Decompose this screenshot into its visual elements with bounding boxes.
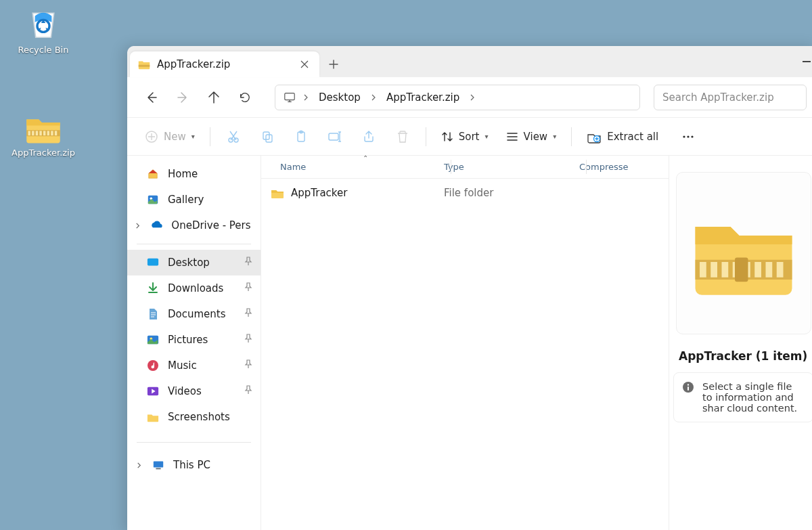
- paste-icon: [294, 130, 308, 143]
- sidebar-item-label: This PC: [173, 459, 210, 471]
- svg-rect-37: [721, 262, 728, 278]
- desktop-icon-apptracker-zip[interactable]: AppTracker.zip: [11, 112, 76, 158]
- extract-all-button[interactable]: Extract all: [579, 123, 667, 150]
- sidebar-item-screenshots[interactable]: Screenshots: [127, 404, 261, 430]
- pin-icon[interactable]: [244, 385, 252, 397]
- pin-icon[interactable]: [244, 257, 252, 269]
- sidebar-item-music[interactable]: Music: [127, 353, 261, 378]
- sidebar-item-downloads[interactable]: Downloads: [127, 275, 261, 301]
- tab-apptracker-zip[interactable]: AppTracker.zip: [130, 51, 319, 77]
- new-label: New: [164, 131, 186, 143]
- sidebar-item-pictures[interactable]: Pictures: [127, 327, 261, 353]
- copy-button[interactable]: [251, 123, 284, 150]
- column-compressed[interactable]: Compresse: [579, 162, 669, 172]
- file-name: AppTracker: [291, 187, 347, 199]
- chevron-down-icon: ▾: [553, 133, 556, 140]
- zip-folder-icon: [138, 59, 150, 70]
- details-pane: AppTracker (1 item) Select a single file…: [669, 156, 812, 530]
- sidebar-item-label: Gallery: [168, 194, 204, 206]
- sidebar-divider: [137, 442, 251, 443]
- folder-icon: [271, 187, 284, 199]
- column-separator[interactable]: [586, 160, 587, 174]
- copy-icon: [261, 130, 274, 143]
- cut-button[interactable]: [217, 123, 250, 150]
- pin-icon[interactable]: [244, 282, 252, 294]
- arrow-up-icon: [207, 91, 221, 104]
- svg-rect-5: [39, 131, 41, 135]
- svg-rect-3: [32, 131, 34, 135]
- svg-point-23: [692, 135, 694, 137]
- sidebar-item-home[interactable]: Home: [127, 161, 261, 187]
- details-preview: [676, 172, 811, 334]
- view-label: View: [524, 131, 548, 143]
- sidebar-item-documents[interactable]: Documents: [127, 301, 261, 327]
- onedrive-icon: [150, 219, 163, 232]
- more-button[interactable]: [672, 123, 704, 150]
- ellipsis-icon: [681, 130, 695, 143]
- chevron-down-icon: ▾: [191, 133, 195, 140]
- rename-button[interactable]: [319, 123, 351, 150]
- search-input[interactable]: Search AppTracker.zip: [654, 85, 807, 110]
- svg-rect-36: [710, 262, 717, 278]
- sidebar-divider: [137, 244, 251, 244]
- pin-icon[interactable]: [244, 359, 252, 372]
- desktop-icon-label: Recycle Bin: [18, 45, 69, 55]
- nav-forward-button[interactable]: [169, 84, 196, 111]
- window-controls: [803, 46, 811, 77]
- nav-back-button[interactable]: [138, 84, 165, 111]
- column-separator[interactable]: [451, 160, 451, 174]
- tab-title: AppTracker.zip: [157, 58, 230, 70]
- view-button[interactable]: View ▾: [498, 123, 565, 150]
- chevron-right-icon[interactable]: [134, 462, 143, 468]
- rename-icon: [328, 130, 342, 143]
- share-icon: [362, 130, 376, 143]
- sidebar-item-this-pc[interactable]: This PC: [127, 452, 261, 478]
- gallery-icon: [146, 193, 160, 206]
- sidebar-item-label: Documents: [168, 308, 226, 320]
- desktop-icon-recycle-bin[interactable]: Recycle Bin: [11, 5, 76, 55]
- sidebar-item-onedrive[interactable]: OneDrive - Persona: [127, 213, 261, 238]
- sidebar-item-desktop[interactable]: Desktop: [127, 250, 261, 275]
- breadcrumb-desktop[interactable]: Desktop: [313, 91, 366, 104]
- file-row-apptracker[interactable]: AppTracker File folder: [261, 179, 669, 207]
- svg-rect-26: [148, 259, 158, 266]
- zip-folder-large-icon: [690, 209, 798, 297]
- column-type[interactable]: Type: [444, 162, 579, 172]
- separator: [210, 127, 210, 146]
- home-icon: [146, 167, 160, 181]
- music-icon: [146, 359, 160, 372]
- desktop-icon-label: AppTracker.zip: [12, 148, 75, 158]
- sort-button[interactable]: Sort ▾: [433, 123, 497, 150]
- svg-rect-43: [735, 258, 748, 282]
- new-button[interactable]: New ▾: [137, 123, 203, 150]
- svg-rect-7: [47, 131, 49, 135]
- delete-button[interactable]: [386, 123, 419, 150]
- svg-rect-10: [139, 65, 150, 67]
- svg-rect-8: [51, 131, 53, 135]
- main-area: Home Gallery: [127, 156, 812, 530]
- tab-bar: AppTracker.zip: [127, 46, 812, 77]
- sort-icon: [441, 131, 453, 143]
- nav-refresh-button[interactable]: [231, 84, 258, 111]
- share-button[interactable]: [353, 123, 385, 150]
- refresh-icon: [239, 91, 251, 104]
- chevron-right-icon[interactable]: [134, 223, 141, 229]
- sidebar-item-gallery[interactable]: Gallery: [127, 187, 261, 213]
- tab-close-button[interactable]: [298, 58, 311, 71]
- window-minimize-button[interactable]: [803, 61, 811, 62]
- breadcrumb-apptracker-zip[interactable]: AppTracker.zip: [381, 91, 465, 104]
- svg-rect-35: [700, 262, 706, 278]
- nav-up-button[interactable]: [200, 84, 227, 111]
- chevron-down-icon: ▾: [485, 133, 489, 140]
- details-info-text: Select a single file to information and …: [702, 381, 805, 414]
- close-icon: [300, 60, 309, 68]
- sidebar-item-videos[interactable]: Videos: [127, 378, 261, 404]
- breadcrumb[interactable]: Desktop AppTracker.zip: [275, 85, 640, 110]
- new-plus-circle-icon: [145, 130, 158, 143]
- pin-icon[interactable]: [244, 334, 252, 346]
- sidebar-item-label: Music: [168, 359, 197, 372]
- column-name[interactable]: Name: [261, 162, 444, 172]
- pin-icon[interactable]: [244, 308, 252, 320]
- paste-button[interactable]: [285, 123, 317, 150]
- new-tab-button[interactable]: [322, 53, 345, 76]
